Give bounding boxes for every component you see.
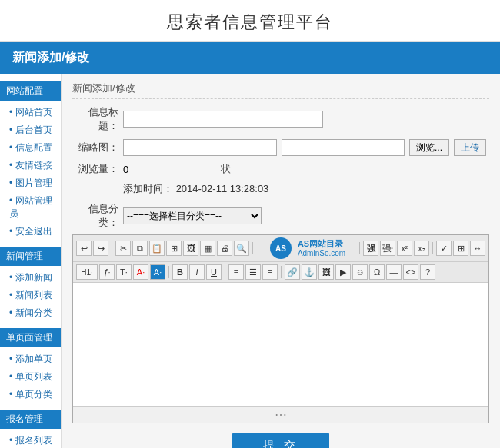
sidebar-item-admin[interactable]: 网站管理员 — [0, 192, 61, 223]
views-row: 浏览量： 0 状 — [72, 162, 489, 176]
tb-more[interactable]: ↔ — [470, 241, 485, 256]
status-label: 状 — [221, 162, 231, 176]
tb-check[interactable]: ✓ — [436, 241, 452, 256]
thumbnail-input[interactable] — [123, 139, 277, 156]
tb-table[interactable]: ▦ — [200, 241, 215, 256]
tb-bold-cn2[interactable]: 强· — [380, 241, 395, 256]
tb-help[interactable]: ? — [420, 264, 435, 280]
addtime-label: 添加时间： — [123, 183, 173, 194]
main-layout: 网站配置 网站首页 后台首页 信息配置 友情链接 图片管理 网站管理员 安全退出… — [0, 74, 500, 448]
editor-logo-sub: AdminSo.com — [298, 249, 345, 257]
tb-link[interactable]: 🔗 — [285, 264, 300, 280]
category-select[interactable]: --===选择栏目分类==-- — [123, 207, 262, 224]
tb-image[interactable]: 🖼 — [183, 241, 198, 256]
tb-font-color2[interactable]: A· — [150, 264, 165, 280]
sidebar: 网站配置 网站首页 后台首页 信息配置 友情链接 图片管理 网站管理员 安全退出… — [0, 74, 62, 448]
sidebar-section-title-site: 网站配置 — [0, 81, 61, 101]
page-header: 思索者信息管理平台 — [0, 0, 500, 42]
sidebar-item-news-list[interactable]: 新闻列表 — [0, 287, 61, 304]
tb-sub[interactable]: x₂ — [414, 241, 429, 256]
category-row: 信息分类： --===选择栏目分类==-- — [72, 202, 489, 230]
thumbnail-actions: 浏览... 上传 — [282, 139, 486, 156]
tb-sep7 — [281, 266, 282, 278]
title-input[interactable] — [123, 111, 323, 128]
tb-paste[interactable]: 📋 — [149, 241, 165, 256]
tb-align2[interactable]: ☰ — [245, 264, 261, 280]
sidebar-section-title-news: 新闻管理 — [0, 247, 61, 266]
tb-align3[interactable]: ≡ — [262, 264, 278, 280]
tb-img[interactable]: 🖼 — [318, 264, 334, 280]
editor-logo-main: AS网站目录 — [298, 239, 345, 248]
sidebar-item-news-cat[interactable]: 新闻分类 — [0, 304, 61, 322]
title-label: 信息标题： — [72, 105, 118, 133]
sidebar-item-add-news[interactable]: 添加新闻 — [0, 269, 61, 287]
tb-media[interactable]: ▶ — [335, 264, 351, 280]
tb-print[interactable]: 🖨 — [217, 241, 232, 256]
sidebar-section-news: 新闻管理 添加新闻 新闻列表 新闻分类 — [0, 247, 61, 322]
tb-bold-cn[interactable]: 强 — [363, 241, 378, 256]
editor-resize-handle[interactable]: ⋯ — [73, 406, 488, 423]
page-title: 新闻添加/修改 — [12, 51, 89, 64]
sidebar-section-title-pages: 单页面管理 — [0, 328, 61, 347]
views-label: 浏览量： — [72, 162, 118, 176]
sidebar-item-page-cat[interactable]: 单页分类 — [0, 386, 61, 403]
tb-h1[interactable]: H1· — [76, 264, 98, 280]
sidebar-item-info-config[interactable]: 信息配置 — [0, 139, 61, 157]
upload-button[interactable]: 上传 — [454, 139, 486, 156]
editor-body[interactable] — [73, 283, 488, 406]
sidebar-item-page-list[interactable]: 单页列表 — [0, 368, 61, 386]
tb-anchor[interactable]: ⚓ — [302, 264, 317, 280]
tb-grid[interactable]: ⊞ — [453, 241, 468, 256]
editor-area: ↩ ↪ ✂ ⧉ 📋 ⊞ 🖼 ▦ 🖨 🔍 AS AS网站目录 — [72, 234, 489, 423]
content-area: 新闻添加/修改 信息标题： 缩略图： 浏览... 上传 浏览量： 0 状 添加时… — [62, 74, 500, 448]
addtime-value: 2014-02-11 13:28:03 — [176, 183, 269, 194]
sidebar-section-site-config: 网站配置 网站首页 后台首页 信息配置 友情链接 图片管理 网站管理员 安全退出 — [0, 81, 61, 241]
tb-search[interactable]: 🔍 — [234, 241, 249, 256]
title-row: 信息标题： — [72, 105, 489, 133]
sidebar-section-signup: 报名管理 报名列表 — [0, 410, 61, 448]
tb-emoji[interactable]: ☺ — [352, 264, 368, 280]
page-title-bar: 新闻添加/修改 — [0, 42, 500, 74]
tb-italic[interactable]: I — [189, 264, 205, 280]
tb-hr[interactable]: — — [386, 264, 402, 280]
tb-paste2[interactable]: ⊞ — [166, 241, 182, 256]
category-label: 信息分类： — [72, 202, 118, 230]
tb-char[interactable]: Ω — [369, 264, 385, 280]
browse-path-display — [282, 139, 405, 156]
editor-logo-text: AS网站目录 AdminSo.com — [298, 239, 345, 257]
sidebar-item-admin-home[interactable]: 后台首页 — [0, 121, 61, 139]
content-breadcrumb: 新闻添加/修改 — [72, 81, 489, 99]
addtime-row: 添加时间： 2014-02-11 13:28:03 — [123, 182, 489, 196]
tb-redo[interactable]: ↪ — [93, 241, 108, 256]
browse-button[interactable]: 浏览... — [409, 139, 449, 156]
tb-undo[interactable]: ↩ — [76, 241, 92, 256]
sidebar-section-pages: 单页面管理 添加单页 单页列表 单页分类 — [0, 328, 61, 403]
tb-bold[interactable]: B — [172, 264, 188, 280]
tb-align1[interactable]: ≡ — [228, 264, 244, 280]
tb-sep3 — [359, 242, 360, 254]
sidebar-item-signup-list[interactable]: 报名列表 — [0, 432, 61, 448]
sidebar-item-site-home[interactable]: 网站首页 — [0, 104, 61, 121]
views-value: 0 — [123, 164, 128, 175]
editor-toolbar2: H1· ƒ· T· A· A· B I U ≡ ☰ ≡ 🔗 ⚓ 🖼 ▶ ☺ Ω — [73, 262, 488, 283]
tb-font[interactable]: ƒ· — [99, 264, 115, 280]
tb-super[interactable]: x² — [397, 241, 412, 256]
site-title: 思索者信息管理平台 — [167, 12, 333, 32]
sidebar-item-add-page[interactable]: 添加单页 — [0, 350, 61, 368]
sidebar-item-logout[interactable]: 安全退出 — [0, 223, 61, 241]
editor-toolbar1: ↩ ↪ ✂ ⧉ 📋 ⊞ 🖼 ▦ 🖨 🔍 AS AS网站目录 — [73, 235, 488, 262]
tb-underline[interactable]: U — [206, 264, 222, 280]
tb-sep5 — [168, 266, 169, 278]
editor-logo-area: AS AS网站目录 AdminSo.com — [256, 237, 356, 259]
editor-logo: AS — [270, 237, 292, 259]
tb-text[interactable]: T· — [116, 264, 132, 280]
tb-font-color1[interactable]: A· — [133, 264, 148, 280]
tb-code[interactable]: <> — [403, 264, 418, 280]
thumbnail-label: 缩略图： — [72, 141, 118, 154]
sidebar-item-links[interactable]: 友情链接 — [0, 157, 61, 174]
tb-copy[interactable]: ⧉ — [132, 241, 148, 256]
submit-button[interactable]: 提 交 — [232, 433, 329, 448]
sidebar-item-images[interactable]: 图片管理 — [0, 174, 61, 192]
tb-cut[interactable]: ✂ — [115, 241, 131, 256]
submit-area: 提 交 — [72, 433, 489, 448]
